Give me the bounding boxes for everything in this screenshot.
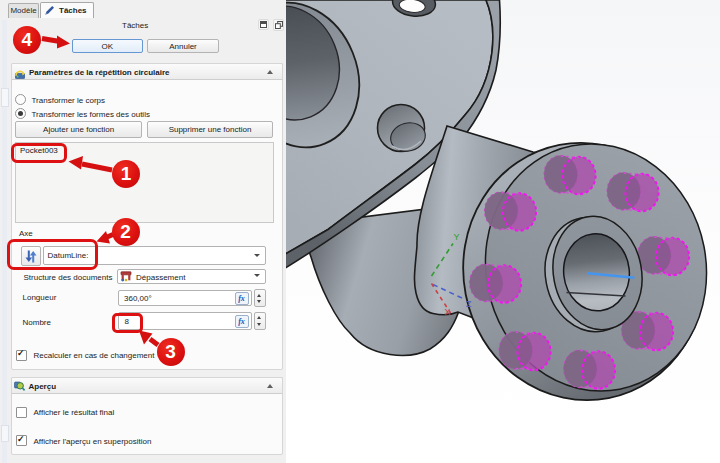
svg-text:X: X bbox=[445, 307, 451, 317]
svg-text:Z: Z bbox=[466, 299, 472, 309]
svg-text:Y: Y bbox=[454, 232, 460, 242]
